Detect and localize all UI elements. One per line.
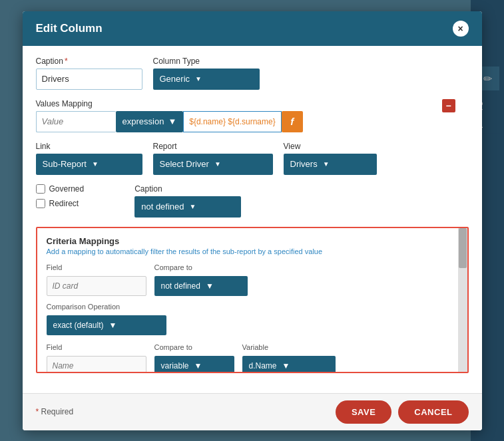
- caption-field-select[interactable]: not defined ▼: [134, 196, 241, 218]
- compare-select-1[interactable]: not defined ▼: [154, 276, 248, 296]
- value-input[interactable]: [36, 111, 116, 132]
- variable-group-2: Variable d.Name ▼: [242, 343, 336, 373]
- values-mapping-label: Values Mapping: [36, 99, 303, 108]
- link-report-view-row: Link Sub-Report ▼ Report Select Driver ▼…: [36, 142, 469, 175]
- caption-field-label: Caption: [134, 184, 241, 194]
- compare-group-1: Compare to not defined ▼: [154, 263, 248, 296]
- compare-group-2: Compare to variable ▼: [154, 343, 234, 373]
- compare-value-2: variable: [161, 361, 189, 370]
- variable-value-2: d.Name: [249, 361, 277, 370]
- view-label: View: [284, 142, 377, 151]
- criteria-row-2-fields: Field Compare to variable ▼ Variable: [47, 343, 458, 373]
- view-group: View Drivers ▼: [284, 142, 377, 175]
- required-text: Required: [41, 407, 74, 416]
- criteria-subtitle: Add a mapping to automatically filter th…: [47, 247, 458, 255]
- field-label-1: Field: [47, 263, 146, 271]
- scrollbar-thumb[interactable]: [459, 228, 467, 268]
- column-type-group: Column Type Generic ▼: [153, 57, 260, 90]
- modal-header: Edit Column ×: [23, 11, 482, 46]
- expression-chevron: ▼: [168, 116, 176, 126]
- expr-value-display: ${d.name} ${d.surname}: [183, 111, 281, 132]
- compare-label-1: Compare to: [154, 263, 248, 271]
- comparison-op-chevron-1: ▼: [109, 321, 117, 330]
- modal-title: Edit Column: [36, 22, 103, 35]
- criteria-row-1: Field Compare to not defined ▼ Compa: [47, 263, 458, 335]
- report-select[interactable]: Select Driver ▼: [153, 154, 273, 175]
- governed-caption-row: Governed Redirect Caption not defined ▼: [36, 184, 469, 218]
- governed-checkbox[interactable]: [36, 184, 45, 194]
- compare-chevron-1: ▼: [206, 281, 214, 291]
- redirect-label: Redirect: [49, 199, 79, 208]
- criteria-row-2: Field Compare to variable ▼ Variable: [47, 343, 458, 373]
- report-value: Select Driver: [160, 159, 209, 169]
- criteria-row-1-fields: Field Compare to not defined ▼: [47, 263, 458, 296]
- report-label: Report: [153, 142, 273, 151]
- redirect-checkbox-row: Redirect: [36, 199, 85, 208]
- redirect-checkbox[interactable]: [36, 199, 45, 208]
- modal-footer: * Required SAVE CANCEL: [23, 393, 482, 430]
- caption-label: Caption*: [36, 57, 142, 66]
- view-select[interactable]: Drivers ▼: [284, 154, 377, 175]
- link-group: Link Sub-Report ▼: [36, 142, 142, 175]
- governed-checkbox-row: Governed: [36, 184, 85, 194]
- checkboxes-group: Governed Redirect: [36, 184, 85, 208]
- expression-label: expression: [123, 116, 164, 126]
- column-type-select[interactable]: Generic ▼: [153, 69, 260, 90]
- comparison-op-value-1: exact (default): [53, 321, 104, 330]
- view-chevron: ▼: [323, 160, 330, 168]
- values-mapping-group: Values Mapping expression ▼ ${d.name} ${…: [36, 99, 303, 132]
- caption-field-chevron: ▼: [190, 203, 196, 210]
- comparison-op-label-1: Comparison Operation: [47, 303, 458, 311]
- field-input-1[interactable]: [47, 276, 146, 296]
- compare-chevron-2: ▼: [194, 361, 202, 370]
- edit-column-modal: Edit Column × Caption* Column Type Gener…: [23, 11, 482, 430]
- compare-select-2[interactable]: variable ▼: [154, 356, 234, 373]
- variable-label-2: Variable: [242, 343, 336, 351]
- field-label-2: Field: [47, 343, 146, 351]
- report-chevron: ▼: [214, 160, 221, 168]
- caption-required-star: *: [65, 57, 68, 66]
- scrollbar-track[interactable]: [458, 228, 467, 372]
- modal-body: Caption* Column Type Generic ▼ Values Ma…: [23, 46, 482, 393]
- required-star: *: [36, 407, 39, 416]
- caption-group: Caption*: [36, 57, 142, 90]
- compare-label-2: Compare to: [154, 343, 234, 351]
- link-chevron: ▼: [92, 160, 99, 168]
- save-button[interactable]: SAVE: [336, 400, 391, 424]
- caption-columntype-row: Caption* Column Type Generic ▼: [36, 57, 469, 90]
- expression-button[interactable]: expression ▼: [116, 111, 184, 132]
- link-label: Link: [36, 142, 142, 151]
- caption-field-group: Caption not defined ▼: [134, 184, 241, 218]
- compare-value-1: not defined: [161, 281, 200, 291]
- comparison-op-select-1[interactable]: exact (default) ▼: [47, 315, 166, 335]
- remove-mapping-button[interactable]: −: [442, 99, 455, 112]
- variable-select-2[interactable]: d.Name ▼: [242, 356, 336, 373]
- cancel-button[interactable]: CANCEL: [398, 400, 468, 424]
- column-type-label: Column Type: [153, 57, 260, 66]
- f-function-button[interactable]: f: [282, 111, 303, 132]
- view-value: Drivers: [290, 159, 318, 169]
- modal-close-button[interactable]: ×: [453, 21, 469, 37]
- field-group-2: Field: [47, 343, 146, 373]
- modal-overlay: Edit Column × Caption* Column Type Gener…: [0, 0, 504, 441]
- caption-input[interactable]: [36, 69, 142, 90]
- field-group-1: Field: [47, 263, 146, 296]
- minus-btn-wrapper: −: [442, 99, 455, 112]
- link-value: Sub-Report: [43, 159, 87, 169]
- governed-label: Governed: [49, 184, 85, 194]
- footer-buttons: SAVE CANCEL: [336, 400, 469, 424]
- column-type-value: Generic: [160, 74, 190, 84]
- required-note: * Required: [36, 407, 74, 416]
- report-group: Report Select Driver ▼: [153, 142, 273, 175]
- criteria-mappings-section: Criteria Mappings Add a mapping to autom…: [36, 227, 469, 373]
- values-mapping-controls: expression ▼ ${d.name} ${d.surname} f: [36, 111, 303, 132]
- field-input-2[interactable]: [47, 356, 146, 373]
- link-select[interactable]: Sub-Report ▼: [36, 154, 142, 175]
- comparison-op-group-1: Comparison Operation exact (default) ▼: [47, 303, 458, 335]
- values-mapping-row: Values Mapping expression ▼ ${d.name} ${…: [36, 99, 469, 132]
- column-type-chevron: ▼: [195, 75, 202, 82]
- caption-field-value: not defined: [141, 202, 184, 212]
- variable-chevron-2: ▼: [282, 361, 290, 370]
- criteria-title: Criteria Mappings: [47, 236, 458, 246]
